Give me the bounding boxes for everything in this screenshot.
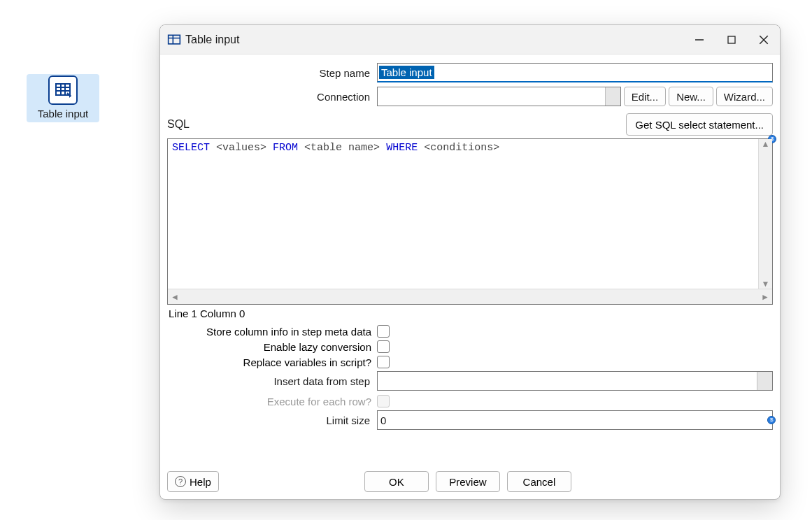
limit-size-label: Limit size — [167, 414, 377, 426]
insert-from-step-combo[interactable] — [377, 371, 773, 391]
limit-size-row: Limit size — [167, 410, 773, 430]
svg-rect-5 — [169, 35, 180, 44]
editor-status: Line 1 Column 0 — [167, 306, 773, 325]
ok-button[interactable]: OK — [364, 471, 429, 492]
help-label: Help — [190, 476, 211, 488]
connection-wizard-button[interactable]: Wizard... — [716, 87, 773, 106]
help-icon: ? — [175, 476, 186, 487]
close-button[interactable] — [748, 25, 780, 55]
sql-editor[interactable]: SELECT <values> FROM <table name> WHERE … — [167, 138, 773, 305]
window-title: Table input — [185, 34, 239, 46]
connection-new-button[interactable]: New... — [669, 87, 713, 106]
execute-each-row-row: Execute for each row? — [167, 395, 773, 407]
execute-each-row-checkbox — [377, 395, 390, 407]
connection-dropdown-icon[interactable] — [605, 87, 620, 106]
replace-variables-label: Replace variables in script? — [167, 356, 377, 368]
step-name-value: Table input — [379, 66, 434, 79]
step-name-row: Step name Table input — [167, 63, 773, 82]
get-sql-button[interactable]: Get SQL select statement... — [626, 113, 773, 136]
lazy-conversion-row: Enable lazy conversion — [167, 340, 773, 353]
store-column-info-row: Store column info in step meta data — [167, 325, 773, 338]
svg-rect-9 — [728, 36, 735, 43]
sql-text[interactable]: SELECT <values> FROM <table name> WHERE … — [168, 139, 772, 289]
lazy-conversion-label: Enable lazy conversion — [167, 341, 377, 353]
preview-button[interactable]: Preview — [436, 471, 500, 492]
replace-variables-row: Replace variables in script? — [167, 356, 773, 368]
window-icon — [167, 33, 181, 47]
limit-size-input[interactable] — [377, 410, 773, 430]
canvas-step-label: Table input — [28, 108, 98, 120]
connection-label: Connection — [167, 91, 377, 103]
step-name-input[interactable]: Table input — [377, 63, 773, 82]
scroll-up-icon[interactable]: ▲ — [762, 139, 770, 149]
cancel-button[interactable]: Cancel — [507, 471, 571, 492]
store-column-info-checkbox[interactable] — [377, 325, 390, 338]
lazy-conversion-checkbox[interactable] — [377, 340, 390, 353]
sql-vertical-scrollbar[interactable]: ▲ ▼ — [758, 139, 772, 289]
dialog-client-area: Step name Table input Connection Edit...… — [160, 55, 780, 499]
help-button[interactable]: ? Help — [167, 471, 219, 492]
insert-from-step-row: Insert data from step — [167, 371, 773, 391]
connection-row: Connection Edit... New... Wizard... — [167, 87, 773, 106]
sql-label: SQL — [167, 118, 626, 131]
connection-value — [378, 87, 605, 106]
table-input-dialog: Table input Step name Table input Connec… — [159, 24, 781, 500]
table-input-icon — [48, 75, 78, 105]
minimize-button[interactable] — [683, 25, 715, 55]
insert-from-step-value — [378, 372, 757, 390]
replace-variables-checkbox[interactable] — [377, 356, 390, 368]
sql-header: SQL Get SQL select statement... — [167, 113, 773, 136]
scroll-down-icon[interactable]: ▼ — [762, 279, 770, 289]
dialog-button-bar: ? Help OK Preview Cancel — [167, 464, 773, 492]
insert-from-step-label: Insert data from step — [167, 375, 377, 387]
execute-each-row-label: Execute for each row? — [167, 396, 377, 407]
insert-from-step-dropdown-icon[interactable] — [757, 372, 772, 390]
title-bar[interactable]: Table input — [160, 25, 780, 55]
sql-horizontal-scrollbar[interactable]: ◄ ► — [168, 289, 772, 304]
step-name-label: Step name — [167, 67, 377, 79]
store-column-info-label: Store column info in step meta data — [167, 326, 377, 338]
canvas-step-node[interactable]: Table input — [27, 74, 99, 122]
maximize-button[interactable] — [715, 25, 748, 55]
variable-decorator-icon — [767, 416, 776, 424]
scroll-left-icon[interactable]: ◄ — [171, 292, 179, 302]
connection-combo[interactable] — [377, 87, 621, 106]
scroll-right-icon[interactable]: ► — [761, 292, 769, 302]
connection-edit-button[interactable]: Edit... — [624, 87, 666, 106]
